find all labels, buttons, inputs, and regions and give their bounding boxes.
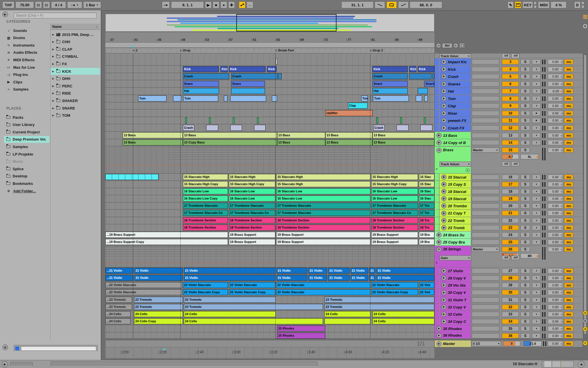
metronome-button[interactable]: ○●▼ bbox=[67, 1, 82, 8]
clip--21-violin[interactable]: ...21 Violin bbox=[105, 268, 134, 274]
clip[interactable] bbox=[272, 95, 277, 101]
track-name-block[interactable]: ▶29 Vio Sta bbox=[440, 282, 471, 289]
clip-18-trombone-section[interactable]: 18 Trombone Section bbox=[229, 217, 275, 223]
clip-17-tro[interactable]: 17 Tro bbox=[419, 210, 434, 216]
cue-output-chooser[interactable]: ii 1/2▼ bbox=[472, 341, 501, 346]
device-slot-box[interactable] bbox=[472, 196, 499, 201]
nudge-down-button[interactable]: ||| bbox=[35, 1, 42, 8]
locator-row[interactable]: ▷2▷Drop▷Break Part▷Drop 2 bbox=[105, 48, 434, 53]
file-item-tom[interactable]: ▶TOM bbox=[51, 112, 100, 119]
fold-button[interactable]: ▶ bbox=[441, 268, 446, 273]
device-slot-box[interactable] bbox=[472, 297, 499, 302]
lane-cello-34[interactable]: ...24 Cello24 Cello Copy24 Cello24 Cello bbox=[105, 318, 434, 325]
sidebar-item-desktop[interactable]: Desktop bbox=[4, 173, 49, 180]
hot-swap-icon[interactable] bbox=[15, 346, 19, 350]
arm-button[interactable]: ◑ bbox=[532, 125, 541, 131]
clip-17-trombone-staccato-co[interactable]: 17 Trombone Staccato Co bbox=[183, 210, 228, 216]
arm-button[interactable]: ◑ bbox=[532, 239, 541, 245]
clip-17-trombone-staccato-co[interactable]: 17 Trombone Staccato Co bbox=[371, 210, 418, 216]
lane-violin-staccato-29[interactable]: ...22 Violin Staccato22 Violin Staccato2… bbox=[105, 282, 434, 289]
lane-yeeeeh-fx[interactable] bbox=[105, 117, 434, 124]
lane-snares[interactable]: SnareSnareSnareSnare bbox=[105, 80, 434, 88]
fold-button[interactable]: ▶ bbox=[441, 211, 446, 216]
arm-button[interactable]: ◑ bbox=[532, 210, 541, 216]
clip[interactable] bbox=[257, 117, 259, 123]
track-name-block[interactable]: ▶Master bbox=[435, 340, 471, 347]
clip[interactable] bbox=[371, 95, 372, 101]
clip-21-violin[interactable]: 21 Violin bbox=[328, 275, 350, 281]
clip-18-trombone-section[interactable]: 18 Trombone Section bbox=[276, 225, 370, 231]
solo-button[interactable]: S bbox=[521, 218, 530, 223]
track-name-block[interactable]: ▶14 Copy of B bbox=[435, 139, 471, 146]
track-number-box[interactable]: 12 bbox=[502, 125, 519, 131]
track-delay-field[interactable]: 0.00 bbox=[548, 225, 563, 230]
device-slot-box[interactable] bbox=[472, 290, 499, 295]
master-track-lane[interactable] bbox=[105, 340, 434, 347]
sidebar-item-max-for-live[interactable]: ▭Max for Live bbox=[4, 64, 49, 71]
solo-button[interactable]: S bbox=[521, 225, 530, 230]
track-row-14-copy-of-b[interactable]: ▶14 Copy of B14S◑0.00ms bbox=[435, 139, 583, 146]
track-name-block[interactable]: ▶Impact Kic bbox=[440, 58, 471, 65]
track-row-riser[interactable]: ▶Riser10S●0.00ms bbox=[435, 110, 583, 117]
locator-drop[interactable]: ▷Drop bbox=[180, 49, 191, 52]
fold-button[interactable]: ▶ bbox=[441, 283, 446, 288]
track-row-tom[interactable]: ▶Tom8S◑0.00ms bbox=[435, 95, 583, 102]
clip-13-bass[interactable]: 13 Bass bbox=[277, 139, 325, 145]
delay-unit-button[interactable]: ms bbox=[564, 147, 573, 153]
sidebar-item-clips[interactable]: ▶Clips bbox=[4, 78, 49, 85]
quantization-menu[interactable]: 1 Bar▼ bbox=[83, 1, 101, 8]
track-row-32-copy-v[interactable]: ▶32 Copy V32S◑0.00ms bbox=[435, 304, 583, 311]
track-delay-field[interactable]: 0.00 bbox=[548, 196, 563, 201]
lane-riser[interactable]: Uplifter bbox=[105, 110, 434, 117]
disk-overload-indicator[interactable]: D bbox=[574, 1, 581, 8]
clip-snare[interactable]: Snare bbox=[424, 81, 434, 87]
lane-hat[interactable]: HatHat bbox=[105, 88, 434, 95]
clip-19-brass-support[interactable]: 19 Brass Support bbox=[229, 232, 275, 238]
arm-button[interactable]: ◑ bbox=[532, 218, 541, 223]
clip-23-tremolo[interactable]: 23 Tremolo bbox=[324, 297, 434, 303]
overdub-button[interactable]: ✚ bbox=[228, 1, 235, 8]
solo-button[interactable]: S bbox=[521, 232, 530, 237]
lane-brass-support-25[interactable]: ...19 Brass Support Copy19 Brass Support… bbox=[105, 239, 434, 246]
clip-24-cello[interactable]: 24 Cello bbox=[372, 311, 434, 317]
disclosure-triangle-icon[interactable]: ▶ bbox=[52, 114, 55, 117]
track-row-crash[interactable]: ▶Crash5S◑0.00ms bbox=[435, 73, 583, 80]
arrangement-position-field[interactable]: 9. 1. 1 bbox=[171, 1, 204, 8]
clip-15-stac[interactable]: 15 Stac bbox=[419, 181, 434, 187]
solo-button[interactable]: S bbox=[521, 59, 530, 64]
track-name-block[interactable]: ▶13 Bass bbox=[435, 132, 471, 139]
fold-button[interactable]: ▶ bbox=[441, 203, 446, 208]
track-delay-field[interactable]: 0.00 bbox=[548, 283, 563, 288]
delay-unit-button[interactable]: ms bbox=[564, 189, 573, 194]
clip-kick[interactable]: Kick bbox=[409, 66, 416, 72]
device-chooser[interactable]: Track Volun▼ bbox=[440, 53, 471, 58]
delay-unit-button[interactable]: ms bbox=[564, 283, 573, 288]
clip-17-trombone-staccato[interactable]: 17 Trombone Staccato bbox=[276, 203, 370, 209]
clip-crash[interactable]: Crash bbox=[183, 73, 229, 79]
track-number-box[interactable]: 30 bbox=[502, 290, 519, 295]
clip-16-stac[interactable]: 16 Stac bbox=[419, 188, 434, 194]
track-delay-field[interactable]: 0.00 bbox=[548, 268, 563, 273]
mixer-toggle-m[interactable]: M bbox=[583, 327, 588, 331]
clip--22-violin-staccato[interactable]: ...22 Violin Staccato bbox=[105, 282, 182, 288]
clip-17-trombone-staccato[interactable]: 17 Trombone Staccato bbox=[276, 210, 370, 216]
clip-16-staccato-low[interactable]: 16 Staccato Low bbox=[229, 195, 275, 202]
delay-unit-button[interactable]: ms bbox=[564, 111, 573, 116]
clip[interactable] bbox=[396, 125, 409, 131]
computer-midi-keyboard-button[interactable] bbox=[515, 1, 521, 8]
sidebar-item-drums[interactable]: ▦Drums bbox=[4, 34, 49, 41]
lane-violin-27[interactable]: ...21 Violin21 Violin21 Violin21 Violin2… bbox=[105, 267, 434, 275]
solo-button[interactable]: S bbox=[521, 319, 530, 324]
track-name-block[interactable]: ▶Snares bbox=[440, 80, 471, 87]
sidebar-item-current-project[interactable]: Current Project bbox=[4, 129, 49, 135]
fold-button[interactable]: ▶ bbox=[441, 96, 446, 101]
arm-button[interactable]: ◑ bbox=[532, 133, 541, 138]
clip-24-cello[interactable]: 24 Cello bbox=[184, 311, 276, 317]
arm-button[interactable]: ● bbox=[532, 118, 541, 123]
device-slot-box[interactable] bbox=[472, 96, 499, 101]
clip-15-staccato-high[interactable]: 15 Staccato High bbox=[276, 174, 370, 180]
track-number-box[interactable]: 11 bbox=[502, 118, 519, 123]
track-name-block[interactable]: ▶Crash FX bbox=[440, 124, 471, 131]
lane-staccato-low-18[interactable]: 16 Staccato Low16 Staccato Low16 Staccat… bbox=[105, 188, 434, 195]
delay-unit-button[interactable]: ms bbox=[564, 333, 573, 338]
